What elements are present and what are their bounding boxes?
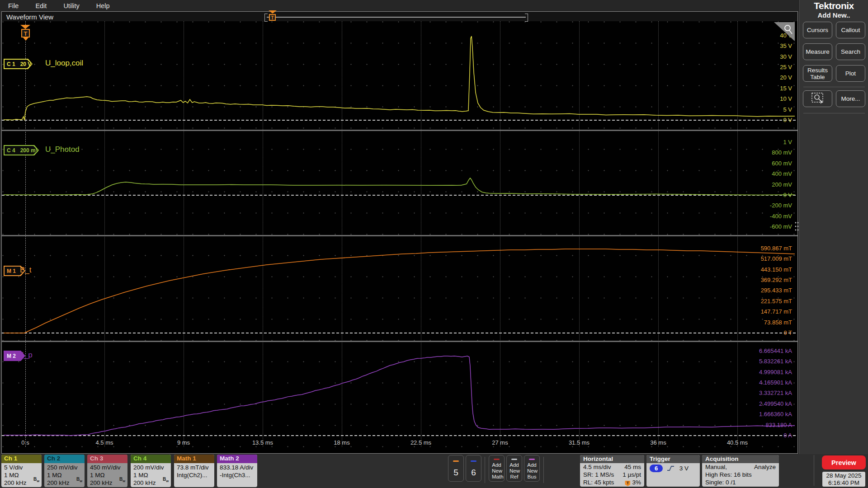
zoom-select-button[interactable]: [803, 90, 832, 107]
color-stripe: [453, 460, 459, 462]
trigger-level: 3 V: [679, 465, 689, 472]
add-results-table-button[interactable]: Results Table: [803, 65, 832, 82]
trace-name-u-loop-coil: U_loop,coil: [45, 59, 83, 68]
trigger-position-icon: T: [625, 481, 630, 486]
y-axis-label-math1: 443.150 mT: [693, 266, 792, 273]
time-gridline: [579, 21, 580, 447]
color-stripe: [529, 459, 535, 460]
channel-card-body: 250 mV/div1 MΩ200 kHzBw: [44, 463, 85, 487]
divider: [803, 87, 865, 87]
add-new-header: Add New..: [800, 11, 868, 19]
menu-item-edit[interactable]: Edit: [35, 2, 47, 9]
channel-card-title: Ch 2: [44, 455, 85, 463]
right-panel: Tektronix Add New.. CursorsCalloutMeasur…: [799, 0, 868, 454]
channel-card-math-1[interactable]: Math 173.8 mT/divIntg(Ch2)...: [174, 455, 214, 487]
trigger-position-percent: 3%: [632, 479, 641, 486]
channel-card-body: 200 mV/div1 MΩ200 kHzBw: [131, 463, 171, 487]
trace-name-u-photod: U_Photod: [45, 145, 80, 154]
acquisition-panel-body: Manual, Analyze High Res: 16 bits Single…: [702, 463, 779, 486]
horizontal-scale: 4.5 ms/div: [583, 463, 611, 471]
zero-line-math2: [2, 435, 796, 436]
add-cursors-button[interactable]: Cursors: [803, 22, 832, 38]
color-stripe: [511, 459, 517, 460]
y-axis-label-ch1: 30 V: [693, 53, 792, 60]
record-view-left-bracket: [264, 14, 268, 22]
horizontal-panel[interactable]: Horizontal 4.5 ms/div 45 ms SR: 1 MS/s 1…: [580, 455, 644, 487]
channel-card-title: Ch 3: [87, 455, 127, 463]
menu-item-help[interactable]: Help: [96, 2, 110, 9]
badge-id: C 1: [5, 61, 18, 67]
oscilloscope-screen: FileEditUtilityHelp Waveform View 0 s4.5…: [0, 0, 868, 488]
tektronix-logo: Tektronix: [800, 0, 868, 11]
add-callout-button[interactable]: Callout: [836, 22, 865, 38]
acquisition-panel[interactable]: Acquisition Manual, Analyze High Res: 16…: [702, 455, 779, 487]
channel-card-ch-3[interactable]: Ch 3450 mV/div1 MΩ200 kHzBw: [87, 455, 127, 487]
badge-id: C 4: [5, 147, 18, 154]
record-trigger-arrow-icon: [269, 10, 277, 14]
y-axis-label-math2: 5.832261 kA: [693, 358, 792, 365]
more-button[interactable]: More...: [836, 90, 865, 107]
y-axis-label-ch4: -600 mV: [693, 223, 792, 230]
divider: [485, 457, 485, 483]
channel-card-math-2[interactable]: Math 2833.18 A/div-Intg(Ch3...: [217, 455, 257, 487]
channel-card-ch-1[interactable]: Ch 15 V/div1 MΩ200 kHzBw: [1, 455, 42, 487]
add-new-ref-button[interactable]: AddNewRef: [506, 455, 522, 482]
menu-item-utility[interactable]: Utility: [63, 2, 79, 9]
y-axis-label-ch4: -400 mV: [693, 213, 792, 220]
record-view-bar[interactable]: T: [264, 14, 528, 21]
waveform-button-6[interactable]: 6: [466, 455, 481, 482]
trigger-panel[interactable]: Trigger 6 3 V: [646, 455, 700, 487]
slice-divider: [2, 235, 797, 236]
trace-name-i-p: I_p: [22, 351, 33, 360]
y-axis-label-math2: 4.999081 kA: [693, 369, 792, 375]
trigger-marker-arrow-icon[interactable]: [20, 25, 30, 29]
badge-id: M 2: [5, 353, 18, 359]
trigger-marker-icon[interactable]: T: [21, 29, 30, 38]
x-axis-label: 36 ms: [638, 439, 679, 446]
y-axis-label-math1: 517.009 mT: [693, 255, 792, 262]
date-text: 28 May 2025: [822, 472, 865, 479]
channel-setting: 250 mV/div: [47, 464, 85, 471]
channel-setting: 450 mV/div: [90, 464, 127, 471]
channel-handle-c-1[interactable]: C 120 V: [4, 59, 33, 69]
add-new-math-button[interactable]: AddNewMath: [489, 455, 505, 482]
channel-card-body: 450 mV/div1 MΩ200 kHzBw: [87, 463, 127, 487]
record-length: RL: 45 kpts: [583, 479, 614, 486]
channel-card-ch-2[interactable]: Ch 2250 mV/div1 MΩ200 kHzBw: [44, 455, 85, 487]
y-axis-label-ch1: 20 V: [693, 74, 792, 81]
y-axis-label-math1: 590.867 mT: [693, 245, 792, 252]
panel-drag-handle[interactable]: [794, 221, 799, 231]
add-plot-button[interactable]: Plot: [836, 65, 865, 82]
y-axis-label-math1: 295.433 mT: [693, 287, 792, 294]
sample-rate: SR: 1 MS/s: [583, 471, 614, 479]
channel-handle-c-4[interactable]: C 4200 mV: [4, 145, 39, 155]
channel-card-body: 73.8 mT/divIntg(Ch2)...: [174, 463, 214, 487]
waveform-graticule[interactable]: [2, 21, 797, 453]
add-button-label: AddNewRef: [509, 462, 519, 480]
sample-interval: 1 µs/pt: [623, 471, 641, 479]
x-axis-label: 18 ms: [321, 439, 362, 446]
badge-id: M 1: [5, 268, 18, 274]
bandwidth-badge-sub: w: [80, 479, 82, 483]
color-stripe: [494, 459, 500, 460]
preview-button[interactable]: Preview: [822, 455, 866, 469]
channel-card-ch-4[interactable]: Ch 4200 mV/div1 MΩ200 kHzBw: [131, 455, 171, 487]
y-axis-label-ch1: 15 V: [693, 85, 792, 92]
add-new-bus-button[interactable]: AddNewBus: [524, 455, 540, 482]
trigger-time-gridline: [25, 21, 26, 447]
waveform-button-5[interactable]: 5: [448, 455, 464, 482]
time-text: 6:16:40 PM: [822, 479, 865, 487]
add-search-button[interactable]: Search: [836, 43, 865, 60]
y-axis-label-ch4: 600 mV: [693, 160, 792, 167]
menu-item-file[interactable]: File: [8, 2, 19, 9]
record-view-right-bracket: [525, 14, 528, 22]
y-axis-label-math2: 2.499540 kA: [693, 400, 792, 407]
bandwidth-badge: Bw: [76, 475, 82, 485]
time-gridline: [342, 21, 342, 447]
x-axis-label: 27 ms: [480, 439, 520, 446]
slice-divider: [2, 130, 797, 131]
y-axis-label-ch4: 400 mV: [693, 170, 792, 177]
record-trigger-position-icon[interactable]: T: [269, 14, 276, 21]
add-measure-button[interactable]: Measure: [803, 43, 832, 60]
datetime-display[interactable]: 28 May 2025 6:16:40 PM: [822, 472, 865, 487]
